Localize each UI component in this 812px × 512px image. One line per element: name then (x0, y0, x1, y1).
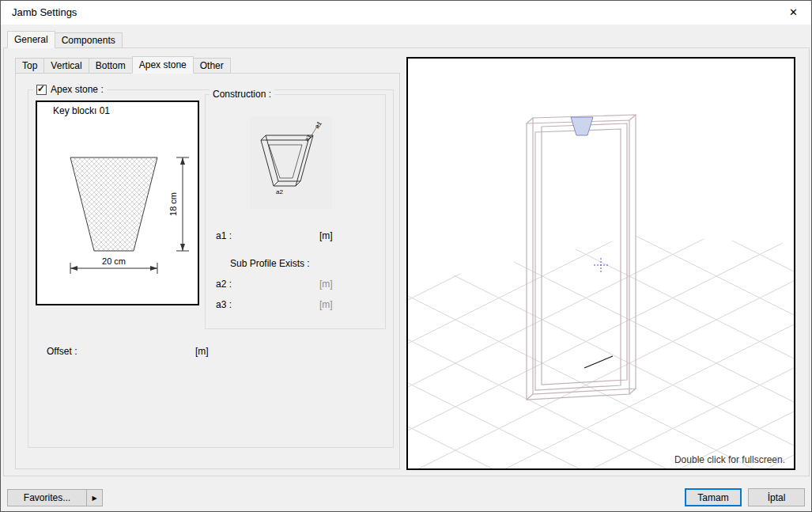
apex-stone-3d (571, 117, 593, 135)
a1-label: a1 : (216, 230, 232, 241)
a3-label: a3 : (216, 299, 232, 310)
a2-unit: [m] (319, 279, 333, 290)
offset-label: Offset : (47, 346, 77, 357)
jamb-settings-dialog: Jamb Settings ✕ General Components Top V… (0, 0, 812, 512)
apex-stone-checkbox[interactable]: ✓ (36, 85, 47, 95)
dim-arrow (70, 266, 77, 271)
offset-unit: [m] (195, 346, 209, 357)
construction-caption: Construction : (210, 89, 274, 100)
floor-grid (408, 59, 794, 468)
dim-arrow (150, 266, 157, 271)
main-tabstrip: General Components (7, 32, 122, 48)
close-button[interactable]: ✕ (776, 1, 811, 25)
tab-apex-stone[interactable]: Apex stone (132, 56, 194, 74)
preview-3d-panel[interactable]: Double click for fullscreen. (406, 57, 795, 470)
a2-label: a2 : (216, 279, 232, 290)
arrow-right-icon: ▶ (92, 495, 96, 502)
cancel-button[interactable]: İptal (748, 488, 805, 506)
jamb-part-tabstrip: Top Vertical Bottom Apex stone Other (15, 58, 230, 74)
diagram-a1-label: a1 (313, 119, 323, 130)
construction-caption-label: Construction : (213, 89, 271, 100)
tab-bottom[interactable]: Bottom (89, 58, 133, 74)
check-icon: ✓ (37, 83, 45, 94)
construction-diagram-drawing: a1 a3 a2 (250, 116, 332, 209)
sub-profile-label[interactable]: Sub Profile Exists : (230, 258, 310, 269)
dim-width-label: 20 cm (102, 256, 126, 266)
dim-arrow (180, 244, 185, 251)
preview-3d-drawing: Double click for fullscreen. (408, 59, 794, 468)
dim-arrow (180, 157, 185, 165)
dialog-title: Jamb Settings (12, 1, 77, 25)
apex-stone-checkbox-label[interactable]: Apex stone : (51, 84, 104, 95)
tab-other[interactable]: Other (193, 58, 231, 74)
profile-drawing: 18 cm 20 cm (37, 102, 198, 304)
keystone-shape (70, 157, 157, 251)
a3-unit: [m] (319, 299, 333, 310)
profile-preview-box: Key blockı 01 18 cm (36, 101, 199, 305)
tab-vertical[interactable]: Vertical (43, 58, 89, 74)
title-bar: Jamb Settings ✕ (1, 1, 811, 25)
dim-height-lines (176, 157, 189, 251)
favorites-button[interactable]: Favorites... (7, 489, 87, 506)
axis-crosshair (594, 258, 608, 272)
close-icon: ✕ (789, 6, 798, 18)
tab-top[interactable]: Top (15, 58, 44, 74)
construction-diagram: a1 a3 a2 (250, 116, 332, 209)
tab-components[interactable]: Components (55, 32, 123, 48)
ground-mark (584, 356, 613, 368)
favorites-expand-button[interactable]: ▶ (86, 489, 103, 506)
tab-general[interactable]: General (7, 31, 55, 48)
apex-stone-caption: ✓ Apex stone : (33, 84, 107, 95)
a1-unit: [m] (319, 230, 333, 241)
dim-height-label: 18 cm (168, 192, 178, 216)
profile-name: Key blockı 01 (53, 105, 110, 116)
ok-button[interactable]: Tamam (685, 488, 742, 506)
fullscreen-hint: Double click for fullscreen. (674, 454, 785, 465)
diagram-a2-label: a2 (276, 188, 283, 195)
